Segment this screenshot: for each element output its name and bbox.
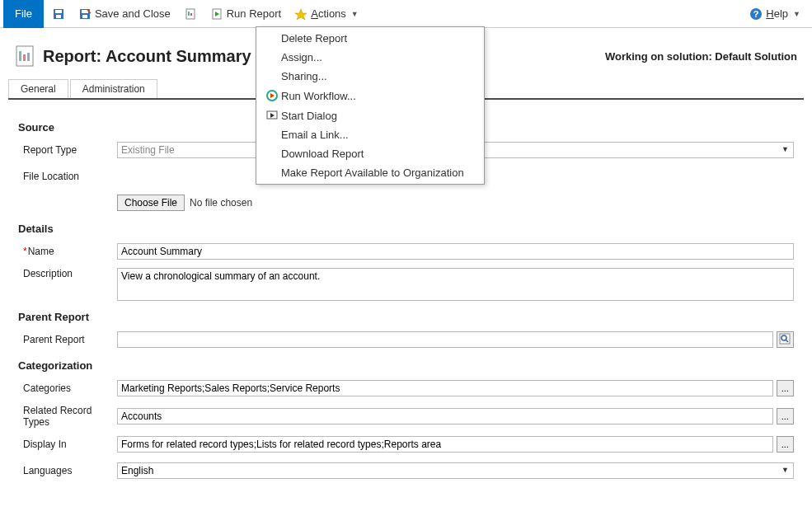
related-record-types-input[interactable] [117, 408, 773, 425]
label-description: Description [18, 268, 117, 279]
menu-item-start-dialog[interactable]: Start Dialog [256, 106, 484, 125]
menu-item-run-workflow[interactable]: Run Workflow... [256, 86, 484, 106]
label-categories: Categories [18, 382, 117, 394]
toolbar-report-button[interactable] [179, 5, 202, 23]
parent-report-input[interactable] [117, 331, 773, 348]
tab-general[interactable]: General [8, 79, 68, 98]
display-in-picker-button[interactable]: ... [777, 436, 794, 453]
run-report-button[interactable]: Run Report [205, 5, 286, 23]
svg-marker-16 [270, 93, 275, 98]
file-menu-button[interactable]: File [3, 0, 44, 28]
label-report-type: Report Type [18, 144, 117, 156]
svg-marker-12 [295, 9, 307, 20]
label-display-in: Display In [18, 439, 117, 450]
label-languages: Languages [18, 465, 117, 476]
save-button[interactable] [47, 5, 70, 23]
run-report-icon [210, 7, 223, 21]
categories-picker-button[interactable]: ... [777, 380, 794, 396]
actions-label: Actions [311, 7, 346, 20]
menu-item-download-report[interactable]: Download Report [256, 144, 484, 163]
solution-context-label: Working on solution: Default Solution [605, 50, 797, 63]
svg-text:?: ? [753, 9, 759, 19]
svg-rect-22 [27, 53, 30, 61]
save-and-close-label: Save and Close [95, 7, 171, 20]
label-name: Name [18, 246, 117, 257]
toolbar: File Save and Close Run Report Actions ▼ [0, 0, 812, 28]
save-close-icon [78, 7, 92, 21]
menu-item-assign[interactable]: Assign... [256, 48, 484, 67]
actions-dropdown-menu: Delete Report Assign... Sharing... Run W… [256, 26, 485, 185]
svg-rect-20 [19, 51, 21, 61]
actions-icon [294, 7, 307, 21]
actions-menu-button[interactable]: Actions ▼ [289, 5, 364, 23]
dialog-icon [263, 109, 281, 122]
chevron-down-icon: ▼ [793, 10, 800, 18]
related-record-types-picker-button[interactable]: ... [777, 408, 794, 425]
label-related-record-types: Related Record Types [18, 405, 117, 428]
report-entity-icon [15, 45, 35, 68]
description-textarea[interactable]: View a chronological summary of an accou… [117, 268, 794, 301]
languages-select[interactable]: English [117, 462, 794, 479]
section-details: Details [18, 223, 794, 235]
svg-rect-1 [55, 10, 62, 13]
choose-file-button[interactable]: Choose File [117, 195, 185, 211]
section-categorization: Categorization [18, 359, 794, 372]
workflow-icon [263, 89, 281, 102]
tab-administration[interactable]: Administration [70, 79, 157, 98]
menu-item-delete-report[interactable]: Delete Report [256, 29, 484, 48]
menu-item-make-available-org[interactable]: Make Report Available to Organization [256, 163, 484, 182]
menu-item-sharing[interactable]: Sharing... [256, 67, 484, 86]
svg-rect-21 [23, 54, 26, 61]
save-and-close-button[interactable]: Save and Close [73, 5, 176, 23]
label-file-location: File Location [18, 171, 117, 182]
chevron-down-icon: ▼ [351, 10, 359, 18]
run-report-label: Run Report [227, 7, 281, 20]
help-label: Help [766, 7, 788, 20]
svg-rect-8 [188, 12, 190, 16]
help-button[interactable]: ? Help ▼ [744, 5, 805, 23]
save-icon [52, 7, 65, 21]
help-icon: ? [749, 7, 763, 21]
svg-rect-9 [190, 13, 192, 16]
report-icon [184, 7, 197, 21]
label-parent-report: Parent Report [18, 334, 117, 345]
categories-input[interactable] [117, 380, 773, 396]
svg-rect-5 [82, 15, 87, 18]
parent-report-lookup-button[interactable] [777, 331, 794, 348]
menu-item-email-link[interactable]: Email a Link... [256, 125, 484, 144]
svg-rect-2 [56, 15, 61, 18]
section-parent-report: Parent Report [18, 311, 794, 323]
display-in-input[interactable] [117, 436, 773, 453]
no-file-chosen-label: No file chosen [190, 197, 252, 209]
lookup-icon [779, 333, 791, 346]
name-input[interactable] [117, 243, 794, 260]
page-title: Report: Account Summary [43, 47, 251, 66]
